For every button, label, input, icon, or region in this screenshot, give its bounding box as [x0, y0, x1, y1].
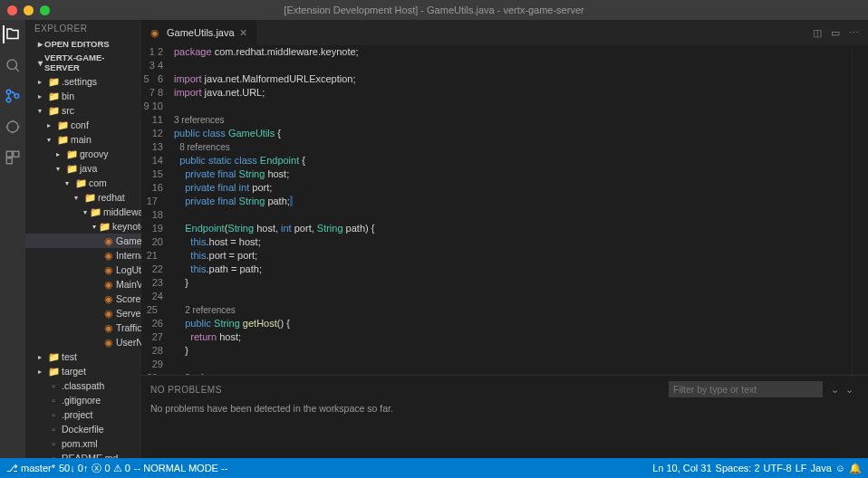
tree-item-label: conf [71, 120, 89, 130]
svg-point-2 [6, 98, 11, 102]
tree-item[interactable]: ◉MainVerticle.java [25, 277, 141, 292]
tree-item-label: LogUtils.java [116, 264, 141, 275]
indentation-status[interactable]: Spaces: 2 [716, 463, 760, 473]
folder-icon: 📁 [75, 177, 86, 188]
tree-item[interactable]: ▾📁src [25, 103, 141, 118]
feedback-icon[interactable]: ☺ [835, 463, 845, 473]
problems-title: NO PROBLEMS [150, 385, 222, 395]
errors-status[interactable]: ⓧ 0 ⚠ 0 [92, 462, 130, 475]
folder-icon: 📁 [57, 120, 68, 130]
tree-item[interactable]: ▸📁bin [25, 89, 141, 103]
svg-point-0 [7, 60, 17, 70]
minimize-window-button[interactable] [24, 5, 34, 15]
panel-chevron-icon[interactable]: ⌄ [845, 384, 854, 395]
tree-item[interactable]: ▫.gitignore [25, 393, 141, 407]
search-icon[interactable] [4, 56, 22, 74]
notifications-icon[interactable]: 🔔 [849, 463, 862, 474]
svg-point-4 [7, 121, 18, 132]
folder-icon: 📁 [48, 91, 59, 101]
svg-point-1 [6, 90, 11, 94]
window-controls [0, 5, 50, 15]
tree-item-label: ServerVerticle.java [116, 308, 141, 319]
java-icon: ◉ [104, 293, 113, 304]
tree-item[interactable]: ▸📁test [25, 349, 141, 364]
project-section[interactable]: ▾VERTX-GAME-SERVER [25, 51, 141, 74]
extensions-icon[interactable] [4, 148, 22, 167]
maximize-window-button[interactable] [40, 5, 50, 15]
close-window-button[interactable] [7, 5, 17, 15]
tree-item-label: target [62, 366, 86, 377]
status-bar: ⎇ master* 50↓ 0↑ ⓧ 0 ⚠ 0 -- NORMAL MODE … [0, 458, 868, 478]
folder-icon: 📁 [66, 163, 77, 174]
encoding-status[interactable]: UTF-8 [764, 463, 792, 473]
language-status[interactable]: Java [811, 463, 832, 473]
collapse-panel-icon[interactable]: ⌄ [831, 384, 839, 395]
tree-item[interactable]: ◉GameUtils.java [25, 234, 141, 248]
tree-item[interactable]: ▾📁redhat [25, 190, 141, 205]
debug-icon[interactable] [4, 118, 22, 136]
tree-item-label: groovy [80, 148, 109, 159]
java-icon: ◉ [104, 337, 113, 348]
tree-item[interactable]: ▾📁main [25, 132, 141, 147]
svg-rect-6 [14, 151, 19, 157]
folder-icon: 📁 [48, 105, 59, 116]
folder-icon: 📁 [66, 148, 77, 159]
tree-item[interactable]: ▾📁java [25, 161, 141, 176]
file-icon: ▫ [48, 438, 59, 449]
tree-item[interactable]: ▫.classpath [25, 378, 141, 393]
java-icon: ◉ [104, 264, 113, 275]
close-tab-button[interactable]: × [240, 25, 247, 40]
tree-item-label: redhat [98, 192, 125, 203]
eol-status[interactable]: LF [796, 463, 807, 473]
tree-item-label: pom.xml [62, 438, 98, 449]
vim-mode-status: -- NORMAL MODE -- [134, 463, 227, 473]
tree-item[interactable]: ◉LogUtils.java [25, 263, 141, 277]
tree-item[interactable]: ▫README.md [25, 451, 141, 458]
git-sync-status[interactable]: 50↓ 0↑ [59, 463, 88, 473]
tree-item-label: Dockerfile [62, 424, 104, 435]
sidebar-title: EXPLORER [25, 20, 141, 37]
tree-item[interactable]: ▾📁keynote [25, 219, 141, 234]
tree-item[interactable]: ▸📁.settings [25, 74, 141, 89]
file-tree: ▸📁.settings▸📁bin▾📁src▸📁conf▾📁main▸📁groov… [25, 74, 141, 458]
tree-item[interactable]: ◉ServerVerticle.java [25, 306, 141, 320]
tree-item-label: bin [62, 91, 74, 101]
code-editor[interactable]: 1 2 3 4 5 6 7 8 9 10 11 12 13 14 15 16 1… [141, 45, 868, 375]
tree-item-label: ScoreTimerVerticl... [116, 293, 141, 304]
tree-item[interactable]: ▸📁groovy [25, 147, 141, 161]
java-icon: ◉ [104, 308, 113, 319]
minimap[interactable] [852, 45, 868, 375]
file-icon: ▫ [48, 395, 59, 406]
java-icon: ◉ [104, 250, 113, 261]
tree-item[interactable]: ▸📁target [25, 364, 141, 378]
java-file-icon: ◉ [150, 27, 161, 38]
tree-item[interactable]: ◉InternalServiceVert... [25, 248, 141, 263]
tree-item-label: InternalServiceVert... [116, 250, 141, 261]
tree-item[interactable]: ▫.project [25, 407, 141, 422]
cursor-position-status[interactable]: Ln 10, Col 31 [652, 463, 711, 473]
tree-item[interactable]: ◉ScoreTimerVerticl... [25, 292, 141, 306]
more-actions-icon[interactable]: ⋯ [849, 27, 859, 39]
tree-item-label: .gitignore [62, 395, 101, 406]
tree-item[interactable]: ◉UserNameGenerat... [25, 335, 141, 349]
problems-body: No problems have been detected in the wo… [141, 401, 868, 416]
sidebar: EXPLORER ▸OPEN EDITORS ▾VERTX-GAME-SERVE… [25, 20, 141, 458]
split-editor-icon[interactable]: ◫ [813, 27, 822, 39]
tree-item[interactable]: ▸📁conf [25, 118, 141, 132]
tree-item-label: .project [62, 409, 92, 420]
problems-filter-input[interactable] [669, 381, 823, 397]
source-control-icon[interactable] [4, 87, 22, 105]
folder-icon: 📁 [48, 351, 59, 362]
tab-gameutils[interactable]: ◉ GameUtils.java × [141, 20, 256, 45]
tree-item[interactable]: ▾📁middleware [25, 205, 141, 219]
open-editors-section[interactable]: ▸OPEN EDITORS [25, 37, 141, 51]
tree-item[interactable]: ▫Dockerfile [25, 422, 141, 436]
tree-item[interactable]: ▫pom.xml [25, 436, 141, 451]
tree-item-label: middleware [103, 206, 141, 217]
tree-item[interactable]: ◉TrafficServerVerti... [25, 320, 141, 335]
editor-area: ◉ GameUtils.java × ◫ ▭ ⋯ 1 2 3 4 5 6 7 8… [141, 20, 868, 458]
tree-item[interactable]: ▾📁com [25, 176, 141, 190]
layout-icon[interactable]: ▭ [831, 27, 840, 39]
git-branch-status[interactable]: ⎇ master* [6, 463, 55, 474]
explorer-icon[interactable] [3, 25, 21, 43]
